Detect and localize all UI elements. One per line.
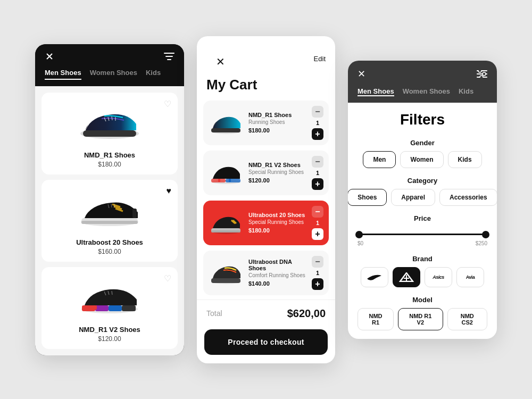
price-thumb-left[interactable]	[355, 231, 363, 238]
qty-increase-1[interactable]: +	[312, 128, 323, 140]
left-tab-men[interactable]: Men Shoes	[45, 69, 81, 80]
cart-item-qty-1: − 1 +	[312, 106, 323, 140]
right-tab-kids[interactable]: Kids	[459, 87, 473, 96]
model-btn-nmd-r1[interactable]: NMD R1	[358, 308, 394, 330]
right-tab-men[interactable]: Men Shoes	[358, 87, 394, 96]
brand-btn-adidas[interactable]	[393, 267, 420, 287]
category-title: Category	[358, 177, 487, 185]
cart-item-2: NMD_R1 V2 Shoes Special Running Shoes $1…	[203, 151, 329, 195]
price-track-bar	[358, 234, 487, 235]
filter-panel: ✕ Men Shoes Women Shoes Kids Filters Gen…	[348, 61, 497, 339]
cart-item-type-1: Running Shoes	[248, 119, 306, 125]
svg-rect-8	[132, 209, 137, 218]
qty-decrease-4[interactable]: −	[312, 256, 323, 268]
svg-rect-2	[167, 59, 171, 60]
filter-sliders-icon[interactable]	[477, 70, 487, 78]
brand-btn-nike[interactable]	[361, 267, 388, 287]
cart-title: My Cart	[197, 77, 335, 101]
avia-text: Avia	[466, 275, 475, 280]
qty-value-2: 1	[316, 170, 319, 176]
cart-item-name-2: NMD_R1 V2 Shoes	[248, 162, 306, 168]
left-tab-women[interactable]: Women Shoes	[90, 69, 137, 80]
qty-decrease-1[interactable]: −	[312, 106, 323, 118]
product-card-2[interactable]: ♥ Ultraboost 20 Shoes $160.00	[41, 180, 178, 262]
gender-btn-kids[interactable]: Kids	[448, 151, 482, 168]
shoe-visual-3	[75, 277, 144, 317]
cart-items-list: NMD_R1 Shoes Running Shoes $180.00 − 1 +	[197, 101, 335, 295]
price-thumb-right[interactable]	[482, 231, 489, 238]
qty-increase-3[interactable]: +	[312, 228, 323, 240]
model-btn-nmd-cs2[interactable]: NMD CS2	[447, 308, 487, 330]
left-tab-kids[interactable]: Kids	[146, 69, 161, 80]
brand-section: Brand Asics	[358, 255, 487, 287]
svg-rect-7	[81, 221, 138, 224]
gender-options: Men Women Kids	[358, 151, 487, 168]
svg-rect-10	[82, 305, 95, 311]
brand-btn-avia[interactable]: Avia	[456, 267, 484, 287]
cart-item-qty-2: − 1 +	[312, 156, 323, 190]
adidas-logo-icon	[398, 272, 414, 282]
cart-item-4: Ultraboost DNA Shoes Comfort Running Sho…	[203, 251, 329, 295]
price-range-track[interactable]	[358, 227, 487, 243]
qty-decrease-3[interactable]: −	[312, 206, 323, 218]
svg-rect-11	[95, 305, 109, 311]
filter-icon[interactable]	[164, 53, 174, 60]
cart-item-name-4: Ultraboost DNA Shoes	[248, 259, 306, 271]
cart-item-name-3: Ultraboost 20 Shoes	[248, 212, 306, 218]
total-label: Total	[206, 309, 222, 318]
svg-rect-17	[211, 128, 240, 132]
qty-increase-4[interactable]: +	[312, 278, 323, 290]
gender-btn-women[interactable]: Women	[400, 151, 443, 168]
brand-btn-asics[interactable]: Asics	[425, 267, 452, 287]
category-options: Shoes Apparel Accessories	[358, 189, 487, 206]
qty-value-1: 1	[316, 120, 319, 126]
brand-title: Brand	[358, 255, 487, 263]
model-title: Model	[358, 296, 487, 304]
left-top-bar	[35, 44, 184, 69]
cart-item-1: NMD_R1 Shoes Running Shoes $180.00 − 1 +	[203, 101, 329, 145]
favorite-icon-3[interactable]: ♡	[164, 273, 171, 284]
product-card-3[interactable]: ♡ NMD_R1 V2 Shoes $120.0	[41, 267, 178, 349]
product-list-panel: Men Shoes Women Shoes Kids ♡	[35, 44, 184, 355]
svg-rect-21	[218, 179, 220, 182]
cart-item-3: Ultraboost 20 Shoes Special Running Shoe…	[203, 201, 329, 245]
favorite-icon-1[interactable]: ♡	[164, 99, 171, 109]
qty-value-4: 1	[316, 270, 319, 276]
product-card-1[interactable]: ♡	[41, 93, 178, 174]
gender-btn-men[interactable]: Men	[363, 151, 396, 168]
close-icon[interactable]	[45, 52, 54, 61]
product-name-3: NMD_R1 V2 Shoes	[48, 326, 171, 334]
qty-increase-2[interactable]: +	[312, 178, 323, 190]
svg-point-33	[480, 76, 483, 78]
cart-item-qty-4: − 1 +	[312, 256, 323, 290]
price-section: Price $0 $250	[358, 214, 487, 246]
filter-close-icon[interactable]: ✕	[358, 68, 365, 80]
product-image-2	[48, 186, 171, 234]
category-btn-accessories[interactable]: Accessories	[439, 189, 497, 206]
category-btn-apparel[interactable]: Apparel	[391, 189, 435, 206]
svg-rect-20	[226, 179, 240, 182]
cart-item-info-1: NMD_R1 Shoes Running Shoes $180.00	[248, 112, 306, 134]
filter-content: Filters Gender Men Women Kids Category S…	[348, 103, 497, 339]
asics-text: Asics	[433, 275, 444, 280]
svg-rect-4	[83, 130, 136, 137]
cart-item-image-1	[209, 111, 243, 135]
product-image-1	[48, 99, 171, 147]
cart-item-delete-3: − 1 +	[312, 206, 323, 240]
right-top-bar: ✕	[348, 61, 497, 87]
qty-decrease-2[interactable]: −	[312, 156, 323, 168]
cart-close-button[interactable]: ✕	[206, 46, 235, 72]
product-image-3	[48, 273, 171, 321]
product-price-1: $180.00	[48, 161, 171, 168]
cart-edit-button[interactable]: Edit	[314, 55, 326, 63]
right-nav-tabs: Men Shoes Women Shoes Kids	[348, 87, 497, 103]
right-tab-women[interactable]: Women Shoes	[403, 87, 450, 96]
cart-item-info-3: Ultraboost 20 Shoes Special Running Shoe…	[248, 212, 306, 234]
checkout-button[interactable]: Proceed to checkout	[204, 329, 328, 355]
svg-rect-25	[211, 230, 240, 232]
qty-value-3: 1	[316, 220, 319, 226]
category-btn-shoes[interactable]: Shoes	[348, 189, 387, 206]
cart-item-price-1: $180.00	[248, 127, 306, 134]
favorite-icon-2[interactable]: ♥	[167, 186, 172, 196]
model-btn-nmd-r1-v2[interactable]: NMD R1 V2	[398, 308, 443, 330]
